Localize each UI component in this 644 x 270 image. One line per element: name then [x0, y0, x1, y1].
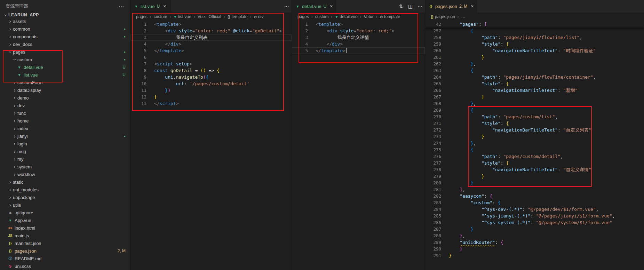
tree-item-uni.scss[interactable]: Suni.scss — [0, 262, 130, 270]
code-line[interactable]: 264 "path": "pages/jianyi/flowTime/conta… — [425, 74, 644, 80]
code-area[interactable]: 1<template>2 <div style="color: red;">3 … — [292, 21, 425, 270]
more-actions-icon[interactable]: ⋯ — [284, 3, 289, 9]
chevron-right-icon[interactable]: › — [7, 187, 13, 192]
chevron-right-icon[interactable]: › — [7, 195, 13, 200]
tree-item-dev[interactable]: ›dev — [0, 102, 130, 109]
chevron-right-icon[interactable]: › — [12, 134, 17, 138]
chevron-right-icon[interactable]: › — [12, 111, 17, 116]
tree-item-uni_modules[interactable]: ›uni_modules — [0, 186, 130, 193]
tab-close-icon[interactable]: × — [163, 3, 166, 9]
chevron-right-icon[interactable]: › — [12, 149, 17, 154]
chevron-right-icon[interactable]: › — [12, 118, 17, 123]
code-line[interactable]: 9 uni.navigateTo({ — [130, 74, 292, 80]
code-line[interactable]: 272 "navigationBarTitleText": "自定义列表" — [425, 127, 644, 133]
chevron-right-icon[interactable]: › — [7, 19, 13, 24]
chevron-right-icon[interactable]: › — [12, 157, 17, 161]
tab-detail.vue[interactable]: ▼detail.vueU× — [292, 0, 337, 13]
chevron-right-icon[interactable]: › — [7, 34, 13, 39]
code-line[interactable]: 284 "^sys-dev-(.*)": "@/pages/dev/$1/for… — [425, 206, 644, 213]
tree-item-msg[interactable]: ›msg — [0, 148, 130, 155]
tree-item-readme.md[interactable]: ⓘREADME.md — [0, 255, 130, 262]
tab-close-icon[interactable]: × — [471, 3, 474, 9]
tree-item-app.vue[interactable]: ▼App.vue — [0, 216, 130, 224]
code-line[interactable]: 277 "style": { — [425, 160, 644, 166]
code-line[interactable]: 12} — [130, 94, 292, 100]
code-line[interactable]: 3 我是自定义列表 — [130, 34, 292, 41]
chevron-right-icon[interactable]: › — [12, 80, 17, 85]
code-line[interactable]: 4 </div> — [130, 41, 292, 47]
tree-item-custom[interactable]: ›custom● — [0, 56, 130, 63]
chevron-right-icon[interactable]: › — [12, 126, 17, 131]
chevron-right-icon[interactable]: › — [12, 164, 17, 169]
code-line[interactable]: 1<template> — [130, 21, 292, 27]
code-line[interactable]: 265 "style": { — [425, 80, 644, 87]
code-line[interactable]: 42 "pages": [ — [425, 21, 644, 27]
breadcrumb-item[interactable]: pages — [136, 14, 148, 19]
tree-item-home[interactable]: ›home — [0, 117, 130, 125]
tree-item-func[interactable]: ›func — [0, 109, 130, 117]
code-line[interactable]: 274 }, — [425, 140, 644, 146]
tree-item-workflow[interactable]: ›workflow — [0, 170, 130, 178]
code-line[interactable]: 6 — [130, 54, 292, 61]
tree-item-login[interactable]: ›login — [0, 140, 130, 148]
code-line[interactable]: 280 } — [425, 180, 644, 186]
code-line[interactable]: 267 } — [425, 94, 644, 100]
chevron-right-icon[interactable]: › — [7, 202, 13, 207]
chevron-right-icon[interactable]: › — [12, 95, 17, 100]
chevron-right-icon[interactable]: › — [12, 88, 17, 93]
code-line[interactable]: 13</script> — [130, 100, 292, 107]
code-line[interactable]: 261 } — [425, 54, 644, 61]
breadcrumb-item[interactable]: ⊘template — [380, 14, 400, 19]
code-line[interactable]: 291} — [425, 252, 644, 259]
chevron-right-icon[interactable]: › — [7, 26, 13, 31]
code-area[interactable]: 1<template>2 <div style="color: red;" @c… — [130, 21, 292, 270]
code-line[interactable]: 285 "^sys-jianyi-(.*)": "@/pages/jianyi/… — [425, 213, 644, 219]
code-line[interactable]: 266 "navigationBarTitleText": "新增" — [425, 87, 644, 94]
split-editor-icon[interactable]: ◫ — [408, 3, 413, 9]
code-line[interactable]: 283 "custom": { — [425, 199, 644, 206]
tree-item-my[interactable]: ›my — [0, 155, 130, 163]
more-actions-icon[interactable]: ⋯ — [119, 3, 124, 9]
tree-item-system[interactable]: ›system — [0, 163, 130, 170]
tab-pages.json[interactable]: {}pages.json2, M× — [425, 0, 477, 13]
code-line[interactable]: 269 { — [425, 107, 644, 113]
tree-item-jianyi[interactable]: ›jianyi● — [0, 132, 130, 140]
chevron-right-icon[interactable]: › — [7, 180, 13, 184]
tree-item-.gitignore[interactable]: ◆.gitignore — [0, 209, 130, 216]
tree-item-main.js[interactable]: JSmain.js — [0, 232, 130, 239]
chevron-right-icon[interactable]: › — [12, 141, 17, 146]
more-actions-icon[interactable]: ⋯ — [418, 3, 422, 9]
code-line[interactable]: 2 <div style="color: red;" @click="goDet… — [130, 27, 292, 34]
breadcrumb-item[interactable]: Vue - Official — [198, 14, 221, 19]
code-line[interactable]: 2 <div style="color: red;"> — [292, 27, 425, 34]
code-line[interactable]: 7<script setup> — [130, 61, 292, 67]
tree-item-datadisplay[interactable]: ›dataDisplay — [0, 86, 130, 94]
tree-item-unpackage[interactable]: ›unpackage — [0, 193, 130, 201]
code-line[interactable]: 258 "path": "pages/jianyi/flowTime/list"… — [425, 34, 644, 41]
tree-item-pages.json[interactable]: {}pages.json2, M — [0, 247, 130, 255]
tree-item-components[interactable]: ›components● — [0, 33, 130, 40]
chevron-down-icon[interactable]: › — [8, 49, 13, 55]
chevron-right-icon[interactable]: › — [7, 42, 13, 47]
code-line[interactable]: 276 "path": "pages/custom/detail", — [425, 153, 644, 160]
tree-item-assets[interactable]: ›assets — [0, 17, 130, 25]
open-changes-icon[interactable]: ⇅ — [399, 3, 403, 9]
code-line[interactable]: 273 } — [425, 133, 644, 140]
tree-item-manifest.json[interactable]: {}manifest.json — [0, 239, 130, 247]
breadcrumb-item[interactable]: {}template — [228, 14, 248, 19]
tree-item-list.vue[interactable]: ▼list.vueU — [0, 71, 130, 79]
tree-item-utils[interactable]: ›utils — [0, 201, 130, 209]
tree-item-common[interactable]: ›common● — [0, 25, 130, 33]
code-line[interactable]: 263 { — [425, 67, 644, 74]
code-line[interactable]: 4 </div> — [292, 41, 425, 47]
code-line[interactable]: 268 }, — [425, 100, 644, 107]
tree-item-dev_docs[interactable]: ›dev_docs — [0, 40, 130, 48]
code-area[interactable]: 42 "pages": [257 {258 "path": "pages/jia… — [425, 21, 644, 270]
tree-item-index[interactable]: ›index — [0, 125, 130, 132]
code-line[interactable]: 281 ], — [425, 186, 644, 193]
tab-close-icon[interactable]: × — [330, 3, 333, 9]
breadcrumb-item[interactable]: custom — [315, 14, 329, 19]
breadcrumb-item[interactable]: custom — [154, 14, 167, 19]
code-line[interactable]: 259 "style": { — [425, 41, 644, 47]
code-line[interactable]: 278 "navigationBarTitleText": "自定义详情" — [425, 166, 644, 173]
